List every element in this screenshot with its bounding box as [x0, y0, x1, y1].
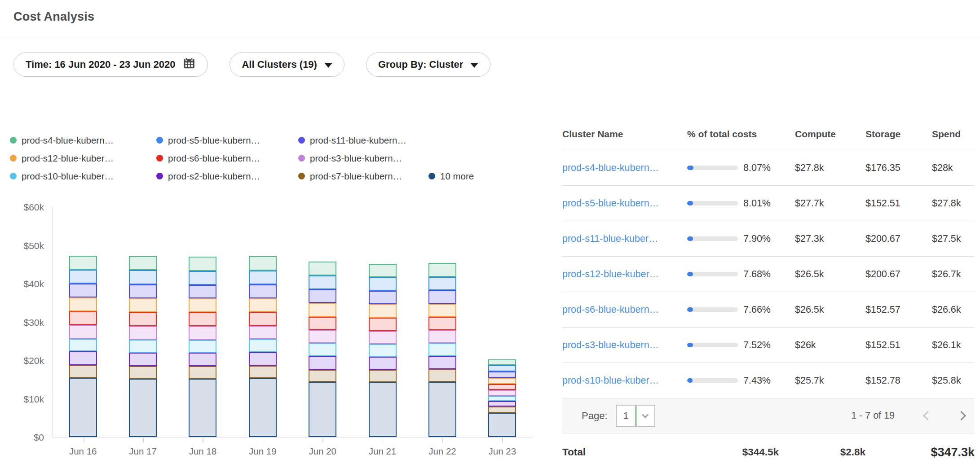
bar-segment-10-more[interactable]	[69, 378, 97, 437]
bar-segment-10-more[interactable]	[369, 382, 397, 437]
bar-segment-10-more[interactable]	[428, 382, 456, 437]
bar-segment-prod-s12-blue-kuber-[interactable]	[69, 297, 97, 311]
bar-segment-prod-s2-blue-kubern-[interactable]	[129, 353, 157, 366]
bar-segment-10-more[interactable]	[488, 413, 516, 437]
bar-segment-prod-s5-blue-kubern-[interactable]	[309, 275, 336, 289]
legend-item-prod-s12-blue-kuber-[interactable]: prod-s12-blue-kuber…	[10, 152, 156, 165]
bar-segment-prod-s10-blue-kuber-[interactable]	[369, 344, 397, 357]
bar-segment-prod-s5-blue-kubern-[interactable]	[488, 365, 516, 371]
cluster-name-link[interactable]: prod-s10-blue-kuber…	[562, 375, 687, 386]
bar-segment-prod-s7-blue-kubern-[interactable]	[189, 366, 216, 379]
bar-segment-10-more[interactable]	[249, 378, 277, 437]
bar-segment-prod-s12-blue-kuber-[interactable]	[488, 378, 516, 384]
bar-segment-prod-s4-blue-kubern-[interactable]	[309, 262, 336, 275]
bar-segment-prod-s3-blue-kubern-[interactable]	[249, 326, 277, 339]
legend-item-10-more[interactable]: 10 more	[428, 170, 543, 183]
legend-item-prod-s10-blue-kuber-[interactable]: prod-s10-blue-kuber…	[10, 170, 156, 183]
legend-item-prod-s5-blue-kubern-[interactable]: prod-s5-blue-kubern…	[156, 134, 298, 147]
bar-segment-prod-s7-blue-kubern-[interactable]	[249, 366, 277, 378]
bar-segment-10-more[interactable]	[309, 382, 336, 437]
bar-segment-prod-s12-blue-kuber-[interactable]	[369, 304, 397, 318]
bar-segment-prod-s10-blue-kuber-[interactable]	[309, 343, 336, 356]
bar-segment-prod-s4-blue-kubern-[interactable]	[189, 257, 216, 271]
cluster-name-link[interactable]: prod-s5-blue-kubern…	[562, 198, 687, 209]
page-select[interactable]: 1	[616, 405, 655, 427]
bar-segment-prod-s6-blue-kubern-[interactable]	[488, 384, 516, 390]
bar-segment-prod-s12-blue-kuber-[interactable]	[189, 298, 216, 312]
bar-segment-prod-s6-blue-kubern-[interactable]	[428, 317, 456, 330]
bar-segment-prod-s6-blue-kubern-[interactable]	[369, 318, 397, 331]
prev-page-button[interactable]	[923, 408, 933, 424]
bar-segment-prod-s7-blue-kubern-[interactable]	[369, 370, 397, 382]
bar-segment-prod-s6-blue-kubern-[interactable]	[249, 312, 277, 326]
time-range-filter[interactable]: Time: 16 Jun 2020 - 23 Jun 2020	[13, 52, 208, 77]
bar-segment-prod-s2-blue-kubern-[interactable]	[249, 352, 277, 366]
bar-segment-prod-s11-blue-kubern-[interactable]	[129, 284, 157, 298]
bar-segment-prod-s6-blue-kubern-[interactable]	[309, 317, 336, 330]
clusters-filter-dropdown[interactable]: All Clusters (19)	[230, 52, 344, 77]
legend-item-prod-s2-blue-kubern-[interactable]: prod-s2-blue-kubern…	[156, 170, 298, 183]
bar-segment-prod-s11-blue-kubern-[interactable]	[488, 371, 516, 378]
legend-item-prod-s4-blue-kubern-[interactable]: prod-s4-blue-kubern…	[10, 134, 156, 147]
bar-segment-prod-s10-blue-kuber-[interactable]	[428, 343, 456, 356]
bar-segment-10-more[interactable]	[189, 379, 216, 437]
bar-segment-prod-s5-blue-kubern-[interactable]	[369, 277, 397, 291]
bar-segment-prod-s11-blue-kubern-[interactable]	[189, 285, 216, 299]
bar-segment-prod-s12-blue-kuber-[interactable]	[249, 298, 277, 312]
cluster-name-link[interactable]: prod-s6-blue-kubern…	[562, 304, 687, 315]
cluster-name-link[interactable]: prod-s11-blue-kuber…	[562, 233, 687, 245]
legend-item-prod-s6-blue-kubern-[interactable]: prod-s6-blue-kubern…	[156, 152, 298, 165]
legend-item-prod-s11-blue-kubern-[interactable]: prod-s11-blue-kubern…	[298, 134, 428, 147]
bar-segment-prod-s6-blue-kubern-[interactable]	[129, 312, 157, 326]
bar-segment-prod-s7-blue-kubern-[interactable]	[69, 365, 97, 378]
bar-segment-prod-s11-blue-kubern-[interactable]	[428, 290, 456, 304]
bar-segment-prod-s5-blue-kubern-[interactable]	[129, 270, 157, 284]
bar-segment-prod-s4-blue-kubern-[interactable]	[488, 359, 516, 365]
cluster-name-link[interactable]: prod-s4-blue-kubern…	[562, 162, 687, 174]
group-by-dropdown[interactable]: Group By: Cluster	[366, 52, 490, 77]
cluster-name-link[interactable]: prod-s12-blue-kuber…	[562, 269, 687, 280]
bar-segment-prod-s11-blue-kubern-[interactable]	[369, 291, 397, 304]
bar-segment-prod-s5-blue-kubern-[interactable]	[189, 271, 216, 285]
bar-segment-prod-s10-blue-kuber-[interactable]	[129, 340, 157, 353]
bar-segment-prod-s11-blue-kubern-[interactable]	[69, 284, 97, 297]
bar-segment-prod-s2-blue-kubern-[interactable]	[189, 353, 216, 366]
bar-segment-prod-s2-blue-kubern-[interactable]	[369, 357, 397, 370]
bar-segment-prod-s12-blue-kuber-[interactable]	[428, 304, 456, 317]
bar-segment-prod-s4-blue-kubern-[interactable]	[428, 263, 456, 277]
bar-segment-prod-s5-blue-kubern-[interactable]	[69, 270, 97, 284]
bar-segment-prod-s3-blue-kubern-[interactable]	[129, 326, 157, 340]
bar-segment-prod-s10-blue-kuber-[interactable]	[249, 339, 277, 352]
bar-segment-prod-s7-blue-kubern-[interactable]	[488, 406, 516, 413]
bar-segment-prod-s2-blue-kubern-[interactable]	[69, 351, 97, 365]
bar-segment-prod-s11-blue-kubern-[interactable]	[309, 289, 336, 303]
bar-segment-10-more[interactable]	[129, 379, 157, 437]
bar-segment-prod-s7-blue-kubern-[interactable]	[309, 370, 336, 382]
bar-segment-prod-s7-blue-kubern-[interactable]	[129, 366, 157, 379]
bar-segment-prod-s3-blue-kubern-[interactable]	[369, 331, 397, 344]
bar-segment-prod-s2-blue-kubern-[interactable]	[309, 356, 336, 370]
bar-segment-prod-s2-blue-kubern-[interactable]	[428, 356, 456, 369]
cluster-name-link[interactable]: prod-s3-blue-kubern…	[562, 340, 687, 351]
bar-segment-prod-s10-blue-kuber-[interactable]	[69, 339, 97, 351]
bar-segment-prod-s12-blue-kuber-[interactable]	[129, 298, 157, 313]
bar-segment-prod-s5-blue-kubern-[interactable]	[428, 277, 456, 290]
legend-item-prod-s7-blue-kubern-[interactable]: prod-s7-blue-kubern…	[298, 170, 428, 183]
bar-segment-prod-s11-blue-kubern-[interactable]	[249, 284, 277, 298]
bar-segment-prod-s7-blue-kubern-[interactable]	[428, 369, 456, 382]
bar-segment-prod-s3-blue-kubern-[interactable]	[189, 326, 216, 340]
bar-segment-prod-s4-blue-kubern-[interactable]	[129, 256, 157, 271]
bar-segment-prod-s3-blue-kubern-[interactable]	[428, 330, 456, 343]
bar-segment-prod-s3-blue-kubern-[interactable]	[69, 325, 97, 339]
bar-segment-prod-s10-blue-kuber-[interactable]	[488, 396, 516, 401]
bar-segment-prod-s4-blue-kubern-[interactable]	[249, 256, 277, 271]
bar-segment-prod-s6-blue-kubern-[interactable]	[189, 312, 216, 326]
bar-segment-prod-s10-blue-kuber-[interactable]	[189, 340, 216, 353]
bar-segment-prod-s4-blue-kubern-[interactable]	[369, 264, 397, 277]
bar-segment-prod-s2-blue-kubern-[interactable]	[488, 401, 516, 407]
legend-item-prod-s3-blue-kubern-[interactable]: prod-s3-blue-kubern…	[298, 152, 428, 165]
bar-segment-prod-s4-blue-kubern-[interactable]	[69, 256, 97, 270]
bar-segment-prod-s3-blue-kubern-[interactable]	[488, 390, 516, 396]
next-page-button[interactable]	[956, 408, 967, 424]
bar-segment-prod-s12-blue-kuber-[interactable]	[309, 303, 336, 317]
